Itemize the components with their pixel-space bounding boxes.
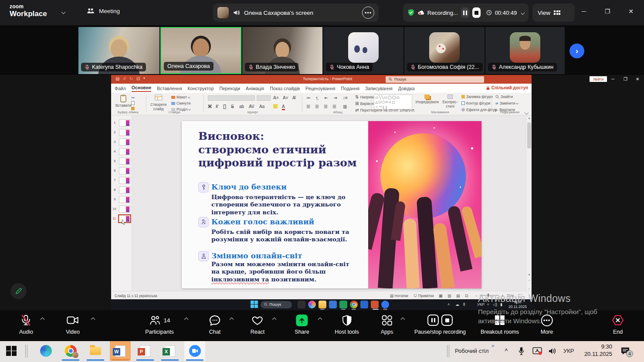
tab-home[interactable]: Основне [132,85,151,92]
shrink-font-icon[interactable]: A˅ [283,95,288,100]
language-indicator[interactable]: УКР [563,348,574,354]
tab-file[interactable]: Файл [115,86,126,91]
shape-fill-button[interactable]: Заливка фігури [461,95,493,99]
view-button[interactable]: View [532,3,575,22]
toolbar-expand-icon[interactable]: » [491,343,494,348]
workspace-chevron-down-icon[interactable] [61,10,66,14]
paste-button[interactable]: Вставити [115,95,131,108]
apps-button[interactable]: Apps [381,314,393,335]
app-notebook-icon[interactable] [298,301,305,308]
apps-options-caret[interactable] [401,318,405,322]
align-left-icon[interactable]: ☰ [306,104,310,109]
participants-options-caret[interactable] [184,318,189,322]
taskbar-powerpoint[interactable]: P [135,341,156,361]
react-button[interactable]: React [251,314,265,335]
host-tools-button[interactable]: Host tools [335,314,359,335]
normal-view-icon[interactable]: ▦ [439,294,443,298]
tray-mic-icon[interactable] [518,347,525,355]
audio-button[interactable]: Audio [19,314,33,335]
breakout-rooms-button[interactable]: Breakout rooms [481,314,519,335]
slide-thumb-2[interactable]: 2 [111,129,132,137]
stop-recording-icon[interactable] [441,315,453,326]
indent-increase-icon[interactable]: ⇥ [333,95,337,100]
scroll-up-icon[interactable]: ▲ [526,116,532,119]
ppt-search-box[interactable]: Пошук [386,76,484,83]
scroll-down-icon[interactable]: ▼ [526,273,532,276]
tray-language[interactable]: УКР [477,302,485,307]
zoom-out-icon[interactable]: − [475,294,478,298]
tray-volume-icon[interactable] [548,347,557,355]
video-tile-kateryna[interactable]: Kateryna Shapochka [78,27,159,74]
slide-thumb-4[interactable]: 4 [111,148,132,156]
cut-icon[interactable]: ✂ [131,95,135,100]
timer-chevron-down-icon[interactable] [521,10,525,14]
tab-transitions[interactable]: Переходи [219,86,240,91]
language-indicator[interactable]: українська [139,294,157,298]
app-zoom-icon[interactable] [381,301,389,308]
tab-insert[interactable]: Вставлення [157,86,182,91]
slide-thumb-9[interactable]: 9 [111,196,132,204]
pause-stop-recording-button[interactable]: Pause/stop recording [414,314,466,335]
avatar-tile-sofiia[interactable]: Богомолова Софія (22... [404,27,485,74]
tab-review[interactable]: Рецензування [305,86,335,91]
copy-icon[interactable] [131,101,135,105]
slide-thumb-5[interactable]: 5 [111,157,132,166]
next-participants-page-button[interactable]: › [569,44,584,58]
audio-options-caret[interactable] [41,318,45,322]
char-spacing-icon[interactable]: AV [249,104,254,109]
ppt-minimize-icon[interactable]: ─ [611,77,614,81]
new-slide-button[interactable]: Створити слайд [150,95,166,111]
font-size-select[interactable] [257,95,271,101]
video-tile-olena[interactable]: Олена Сахарова [160,27,241,74]
taskbar-zoom[interactable] [184,341,205,361]
app-explorer-icon[interactable] [319,301,326,308]
start-button[interactable] [251,301,258,308]
more-button[interactable]: ••• More [541,314,553,335]
chat-button[interactable]: Chat [209,314,221,335]
layout-button[interactable]: Макет [171,95,190,99]
align-right-icon[interactable]: ☰ [324,104,328,109]
ppt-close-icon[interactable]: ✕ [636,77,639,81]
quick-styles-button[interactable]: Експрес- стилі [441,95,460,108]
minimize-window-button[interactable]: ─ [578,8,590,15]
slide-scrollbar[interactable]: ▲ ▼ ⌃ ⌄ [526,115,532,291]
zoom-percentage[interactable]: 71% [507,294,514,298]
tray-chevron-up-icon[interactable]: ˄ [447,302,450,307]
highlight-color-icon[interactable] [273,104,278,108]
screen-share-options-icon[interactable]: ••• [362,7,374,19]
tab-slideshow[interactable]: Показ слайдів [270,86,300,91]
annotate-button[interactable] [10,283,27,299]
tab-animations[interactable]: Анімація [246,86,264,91]
zoom-in-icon[interactable]: + [502,294,504,298]
app-powerpoint-icon-active[interactable] [371,301,379,308]
italic-button[interactable]: К [216,104,218,109]
video-button[interactable]: Video [66,314,80,335]
next-slide-icon[interactable]: ⌄ [526,287,532,290]
react-options-caret[interactable] [272,318,277,322]
line-spacing-icon[interactable]: ↕≡ [343,95,348,100]
chat-options-caret[interactable] [230,318,234,322]
format-painter-icon[interactable] [131,107,135,110]
taskbar-excel[interactable]: X [159,341,180,361]
redo-icon[interactable]: ↻ [129,76,133,81]
bullets-icon[interactable]: ≔ [306,95,311,100]
replace-button[interactable]: ⇄Замінити [495,101,518,105]
save-icon[interactable]: ▤ [115,76,119,81]
justify-icon[interactable]: ☰ [332,104,336,109]
columns-icon[interactable]: ▥ [343,104,347,109]
tab-meeting[interactable]: Meeting [86,7,120,15]
align-center-icon[interactable]: ☰ [315,104,319,109]
tray-onedrive-icon[interactable]: ☁ [455,302,459,307]
tray-wifi-icon[interactable]: ᯤ [487,302,491,307]
tab-help[interactable]: Довідка [398,86,415,91]
taskbar-edge[interactable] [35,341,56,361]
close-window-button[interactable]: ✕ [625,8,637,15]
reading-view-icon[interactable]: ▤ [456,294,460,298]
taskbar-search[interactable]: Пошук [261,301,292,308]
slide-thumb-3[interactable]: 3 [111,138,132,147]
restore-window-button[interactable]: ❐ [602,8,613,15]
desktop-toolbar-label[interactable]: Робочий стіл [455,348,489,354]
text-shadow-icon[interactable]: ab [239,104,244,109]
quick-access-chevron-icon[interactable]: ▾ [143,76,145,80]
indent-decrease-icon[interactable]: ⇤ [325,95,328,100]
